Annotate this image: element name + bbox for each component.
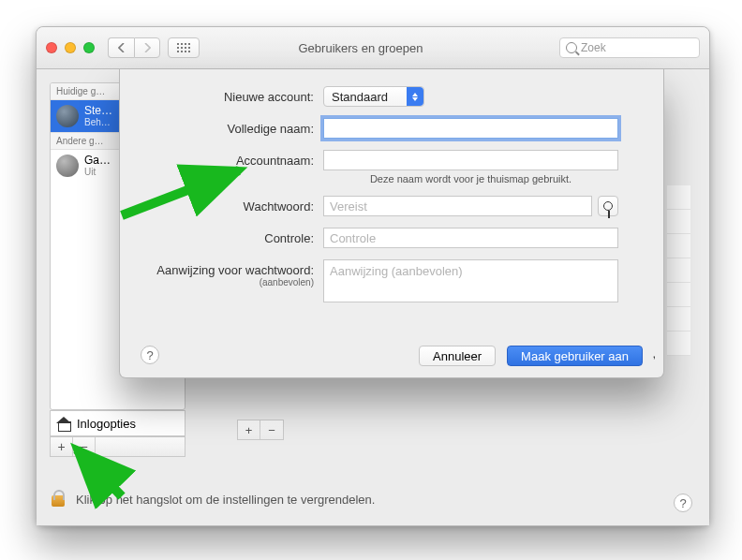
help-button[interactable]: ? [674, 494, 692, 512]
label-verify: Controle: [141, 228, 323, 245]
padlock-icon[interactable] [50, 490, 67, 508]
minimize-window[interactable] [65, 42, 76, 53]
login-items-add-remove: + − [237, 420, 284, 440]
back-button[interactable] [108, 37, 134, 58]
show-all-button[interactable] [168, 37, 200, 58]
verify-field[interactable] [323, 228, 618, 248]
popup-arrows-icon [407, 87, 423, 106]
user-name: Ste… [84, 105, 112, 117]
cancel-button[interactable]: Annuleer [419, 346, 496, 366]
search-icon [566, 42, 577, 53]
account-name-field[interactable] [323, 150, 618, 170]
password-field[interactable] [323, 196, 592, 216]
new-account-sheet: Nieuwe account: Standaard Volledige naam… [119, 69, 664, 378]
toolbar: Gebruikers en groepen Zoek [37, 27, 709, 69]
avatar-icon [56, 105, 79, 127]
remove-user-button[interactable]: − [73, 437, 96, 456]
user-role: Beh… [84, 117, 112, 127]
login-options-row[interactable]: Inlogopties [50, 410, 186, 436]
label-account-type: Nieuwe account: [141, 86, 323, 104]
window-title: Gebruikers en groepen [200, 41, 559, 55]
sheet-help-button[interactable]: ? [141, 346, 159, 364]
create-user-button[interactable]: Maak gebruiker aan [507, 346, 643, 366]
login-options-label: Inlogopties [77, 417, 136, 431]
user-role: Uit [84, 167, 111, 177]
add-user-button[interactable]: + [51, 437, 73, 456]
key-icon [603, 201, 613, 211]
label-full-name: Volledige naam: [141, 118, 323, 136]
lock-text: Klik op het hangslot om de instellingen … [76, 493, 375, 507]
account-type-value: Standaard [332, 90, 388, 104]
search-field[interactable]: Zoek [559, 37, 700, 58]
search-placeholder: Zoek [581, 41, 606, 54]
close-window[interactable] [46, 42, 57, 53]
sheet-button-row: Annuleer Maak gebruiker aan [419, 346, 643, 366]
background-list-edge [667, 185, 690, 391]
account-name-hint: Deze naam wordt voor je thuismap gebruik… [323, 173, 618, 184]
login-items-remove[interactable]: − [260, 420, 283, 439]
label-account-name: Accountnaam: [141, 150, 323, 168]
avatar-icon [56, 155, 79, 177]
label-password: Wachtwoord: [141, 196, 323, 214]
nav-back-forward [108, 37, 160, 58]
house-icon [56, 417, 71, 430]
grid-icon [177, 43, 190, 52]
full-name-field[interactable] [323, 118, 618, 139]
account-type-popup[interactable]: Standaard [323, 86, 424, 107]
prefs-window: Gebruikers en groepen Zoek Huidige g… St… [36, 26, 710, 526]
lock-row: Klik op het hangslot om de instellingen … [50, 490, 375, 508]
chevron-left-icon [118, 43, 126, 52]
chevron-right-icon [143, 43, 151, 52]
login-items-add[interactable]: + [238, 420, 260, 439]
window-controls [46, 42, 95, 53]
zoom-window[interactable] [83, 42, 95, 53]
forward-button[interactable] [134, 37, 160, 58]
password-assistant-button[interactable] [598, 196, 618, 216]
label-hint: Aanwijzing voor wachtwoord: (aanbevolen) [141, 259, 323, 287]
truncated-text: , [652, 346, 656, 361]
sidebar-add-remove: + − [50, 436, 186, 457]
user-name: Ga… [84, 155, 111, 167]
hint-field[interactable] [323, 259, 618, 302]
